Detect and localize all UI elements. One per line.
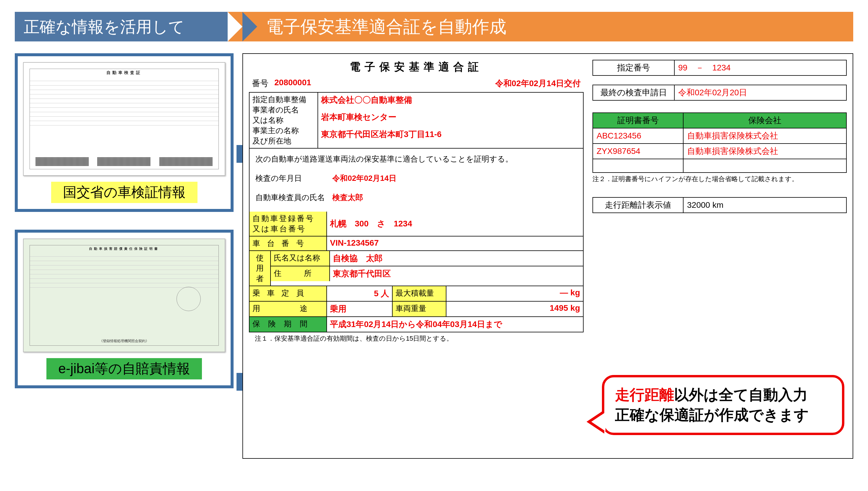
insurance-table: 証明書番号 保険会社 ABC123456 自動車損害保険株式会社 ZYX9876… (592, 113, 847, 173)
shakensho-image: 自動車検査証 (23, 62, 225, 176)
jibai-mini-foot: 《登録情報処理機関照会契約》 (30, 339, 218, 344)
ins-row-co: 自動車損害保険株式会社 (683, 144, 846, 159)
weight-value: 1495 kg (446, 301, 583, 316)
insurance-period-value: 平成31年02月14日から令和04年03月14日まで (327, 317, 583, 332)
user-addr-value: 東京都千代田区 (330, 266, 583, 281)
odo-label: 走行距離計表示値 (593, 197, 683, 213)
cert-statement: 次の自動車が道路運送車両法の保安基準に適合していることを証明する。 (255, 154, 577, 164)
vin-label: 車 台 番 号 (250, 236, 327, 250)
cert-issue-date: 令和02年02月14日交付 (495, 78, 581, 89)
inspector-value: 検査太郎 (332, 192, 363, 203)
card-jibai-caption: e-jibai等の自賠責情報 (46, 358, 202, 379)
ins-row-no: ABC123456 (593, 128, 683, 144)
ins-th-no: 証明書番号 (593, 113, 683, 128)
reg-value: 札幌 300 さ 1234 (327, 212, 583, 236)
bubble-text1: 以外は全て自動入力 (674, 386, 808, 403)
jibai-image: 自動車損害賠償責任保険証明書 《登録情報処理機関照会契約》 (23, 238, 225, 352)
header-right: 電子保安基準適合証を自動作成 (228, 12, 853, 41)
card-jibai: 自動車損害賠償責任保険証明書 《登録情報処理機関照会契約》 e-jibai等の自… (15, 230, 234, 388)
weight-label: 車両重量 (393, 301, 446, 316)
desig-label: 指定番号 (593, 60, 674, 76)
last-value: 令和02年02月20日 (674, 85, 846, 100)
source-cards: 自動車検査証 国交省の車検証情報 自動車損害賠償責任保険証明書 (15, 53, 234, 459)
insurance-period-label: 保 険 期 間 (250, 317, 327, 332)
bubble-text2: 正確な保適証が作成できます (615, 407, 809, 423)
inspector-label: 自動車検査員の氏名 (255, 192, 332, 203)
vin-value: VIN-1234567 (327, 236, 583, 250)
biz-name2: 岩本町車検センター (321, 112, 580, 123)
card-shakensho: 自動車検査証 国交省の車検証情報 (15, 53, 234, 212)
biz-name1: 株式会社〇〇自動車整備 (321, 94, 580, 106)
user-label: 使 用 者 (250, 251, 271, 286)
designated-no-box: 指定番号 99 － 1234 (592, 60, 847, 76)
odometer-box: 走行距離計表示値 32000 km (592, 197, 847, 213)
jibai-mini-title: 自動車損害賠償責任保険証明書 (30, 246, 218, 252)
capacity-value: 5 人 (327, 286, 393, 301)
ins-th-co: 保険会社 (683, 113, 846, 128)
bubble-em: 走行距離 (615, 386, 674, 403)
insp-date-label: 検査の年月日 (255, 173, 332, 183)
card-shakensho-caption: 国交省の車検証情報 (51, 182, 197, 203)
callout-bubble: 走行距離以外は全て自動入力 正確な保適証が作成できます (602, 375, 844, 435)
user-name-label: 氏名又は名称 (271, 251, 330, 266)
user-addr-label: 住 所 (271, 266, 330, 281)
last-label: 最終の検査申請日 (593, 85, 674, 100)
ins-row-co: 自動車損害保険株式会社 (683, 128, 846, 144)
maxload-value: — kg (446, 286, 583, 301)
use-value: 乗用 (327, 301, 393, 316)
cert-title: 電子保安基準適合証 (249, 60, 584, 74)
maxload-label: 最大積載量 (393, 286, 446, 301)
reg-label: 自動車登録番号 又は車台番号 (250, 212, 327, 236)
cert-note1: 注１．保安基準適合証の有効期間は、検査の日から15日間とする。 (249, 333, 584, 345)
biz-addr: 東京都千代田区岩本町3丁目11-6 (321, 129, 580, 140)
odo-value: 32000 km (683, 197, 846, 213)
insp-date-value: 令和02年02月14日 (332, 173, 397, 183)
header-left: 正確な情報を活用して (15, 12, 242, 41)
ins-row-no: ZYX987654 (593, 144, 683, 159)
capacity-label: 乗 車 定 員 (250, 286, 327, 301)
last-apply-box: 最終の検査申請日 令和02年02月20日 (592, 85, 847, 100)
desig-value: 99 － 1234 (674, 60, 846, 76)
use-label: 用 途 (250, 301, 327, 316)
biz-label: 指定自動車整備 事業者の氏名 又は名称 事業主の名称 及び所在地 (250, 93, 318, 148)
user-name-value: 自検協 太郎 (330, 251, 583, 266)
cert-no-value: 20800001 (274, 78, 311, 89)
shakensho-mini-title: 自動車検査証 (30, 69, 218, 77)
cert-note2: 注２．証明書番号にハイフンが存在した場合省略して記載されます。 (592, 173, 847, 185)
cert-no-label: 番号 (252, 78, 269, 89)
header-banner: 正確な情報を活用して 電子保安基準適合証を自動作成 (15, 12, 853, 41)
